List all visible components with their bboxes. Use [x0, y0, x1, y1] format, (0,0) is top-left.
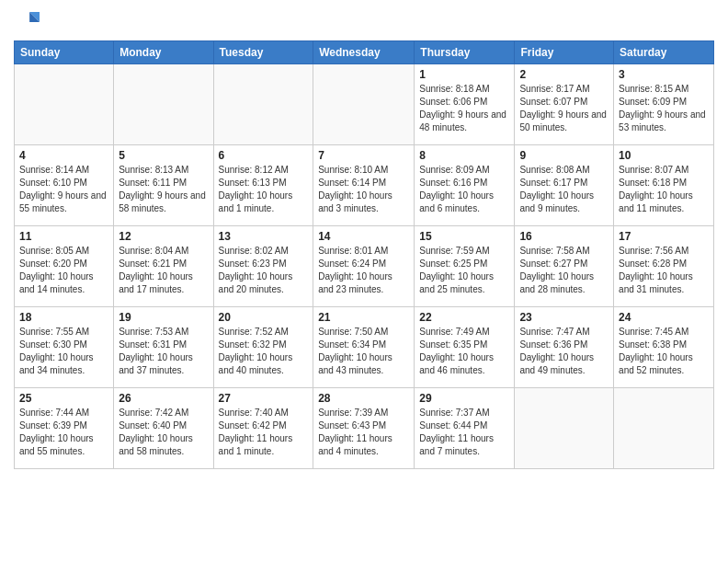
- calendar-cell: 4Sunrise: 8:14 AM Sunset: 6:10 PM Daylig…: [15, 145, 114, 226]
- weekday-header-monday: Monday: [114, 41, 213, 64]
- day-info: Sunrise: 8:15 AM Sunset: 6:09 PM Dayligh…: [619, 83, 709, 134]
- week-row-3: 11Sunrise: 8:05 AM Sunset: 6:20 PM Dayli…: [15, 226, 714, 307]
- day-number: 13: [219, 230, 309, 243]
- calendar-table: SundayMondayTuesdayWednesdayThursdayFrid…: [14, 40, 714, 469]
- day-number: 28: [318, 392, 409, 405]
- calendar-cell: 11Sunrise: 8:05 AM Sunset: 6:20 PM Dayli…: [15, 226, 114, 307]
- calendar-cell: 18Sunrise: 7:55 AM Sunset: 6:30 PM Dayli…: [15, 307, 114, 388]
- day-number: 25: [19, 392, 108, 405]
- calendar-cell: 19Sunrise: 7:53 AM Sunset: 6:31 PM Dayli…: [114, 307, 213, 388]
- day-info: Sunrise: 8:08 AM Sunset: 6:17 PM Dayligh…: [519, 164, 609, 215]
- calendar-cell: 20Sunrise: 7:52 AM Sunset: 6:32 PM Dayli…: [213, 307, 313, 388]
- weekday-header-saturday: Saturday: [614, 41, 714, 64]
- day-info: Sunrise: 8:07 AM Sunset: 6:18 PM Dayligh…: [619, 164, 709, 215]
- calendar-cell: [114, 64, 213, 145]
- calendar-cell: 2Sunrise: 8:17 AM Sunset: 6:07 PM Daylig…: [515, 64, 614, 145]
- day-info: Sunrise: 8:02 AM Sunset: 6:23 PM Dayligh…: [219, 245, 309, 296]
- day-number: 2: [519, 68, 609, 81]
- header: [14, 9, 714, 35]
- day-info: Sunrise: 7:55 AM Sunset: 6:30 PM Dayligh…: [19, 326, 108, 377]
- day-number: 17: [619, 230, 709, 243]
- calendar-cell: 17Sunrise: 7:56 AM Sunset: 6:28 PM Dayli…: [614, 226, 714, 307]
- weekday-header-row: SundayMondayTuesdayWednesdayThursdayFrid…: [15, 41, 714, 64]
- day-number: 8: [419, 149, 509, 162]
- day-info: Sunrise: 8:17 AM Sunset: 6:07 PM Dayligh…: [519, 83, 609, 134]
- calendar-page: SundayMondayTuesdayWednesdayThursdayFrid…: [0, 0, 728, 563]
- day-number: 16: [519, 230, 609, 243]
- day-number: 24: [619, 311, 709, 324]
- day-info: Sunrise: 7:58 AM Sunset: 6:27 PM Dayligh…: [519, 245, 609, 296]
- day-number: 15: [419, 230, 509, 243]
- day-info: Sunrise: 8:12 AM Sunset: 6:13 PM Dayligh…: [219, 164, 309, 215]
- day-number: 29: [419, 392, 509, 405]
- week-row-1: 1Sunrise: 8:18 AM Sunset: 6:06 PM Daylig…: [15, 64, 714, 145]
- day-number: 10: [619, 149, 709, 162]
- day-info: Sunrise: 7:52 AM Sunset: 6:32 PM Dayligh…: [219, 326, 309, 377]
- week-row-2: 4Sunrise: 8:14 AM Sunset: 6:10 PM Daylig…: [15, 145, 714, 226]
- day-number: 23: [519, 311, 609, 324]
- day-number: 27: [219, 392, 309, 405]
- calendar-cell: 10Sunrise: 8:07 AM Sunset: 6:18 PM Dayli…: [614, 145, 714, 226]
- calendar-cell: [15, 64, 114, 145]
- calendar-cell: 23Sunrise: 7:47 AM Sunset: 6:36 PM Dayli…: [515, 307, 614, 388]
- day-number: 26: [119, 392, 208, 405]
- calendar-cell: 3Sunrise: 8:15 AM Sunset: 6:09 PM Daylig…: [614, 64, 714, 145]
- calendar-cell: 28Sunrise: 7:39 AM Sunset: 6:43 PM Dayli…: [313, 388, 415, 469]
- day-number: 20: [219, 311, 309, 324]
- calendar-cell: 13Sunrise: 8:02 AM Sunset: 6:23 PM Dayli…: [213, 226, 313, 307]
- day-number: 6: [219, 149, 309, 162]
- calendar-cell: 29Sunrise: 7:37 AM Sunset: 6:44 PM Dayli…: [415, 388, 515, 469]
- day-info: Sunrise: 7:44 AM Sunset: 6:39 PM Dayligh…: [19, 407, 108, 458]
- calendar-cell: 26Sunrise: 7:42 AM Sunset: 6:40 PM Dayli…: [114, 388, 213, 469]
- calendar-cell: [614, 388, 714, 469]
- day-number: 14: [318, 230, 409, 243]
- day-number: 18: [19, 311, 108, 324]
- day-info: Sunrise: 8:18 AM Sunset: 6:06 PM Dayligh…: [419, 83, 509, 134]
- day-info: Sunrise: 7:49 AM Sunset: 6:35 PM Dayligh…: [419, 326, 509, 377]
- calendar-cell: 7Sunrise: 8:10 AM Sunset: 6:14 PM Daylig…: [313, 145, 415, 226]
- calendar-cell: 21Sunrise: 7:50 AM Sunset: 6:34 PM Dayli…: [313, 307, 415, 388]
- weekday-header-thursday: Thursday: [415, 41, 515, 64]
- calendar-cell: 14Sunrise: 8:01 AM Sunset: 6:24 PM Dayli…: [313, 226, 415, 307]
- day-info: Sunrise: 7:45 AM Sunset: 6:38 PM Dayligh…: [619, 326, 709, 377]
- day-info: Sunrise: 7:59 AM Sunset: 6:25 PM Dayligh…: [419, 245, 509, 296]
- weekday-header-tuesday: Tuesday: [213, 41, 313, 64]
- day-info: Sunrise: 7:50 AM Sunset: 6:34 PM Dayligh…: [318, 326, 409, 377]
- calendar-cell: 16Sunrise: 7:58 AM Sunset: 6:27 PM Dayli…: [515, 226, 614, 307]
- week-row-4: 18Sunrise: 7:55 AM Sunset: 6:30 PM Dayli…: [15, 307, 714, 388]
- day-number: 1: [419, 68, 509, 81]
- weekday-header-wednesday: Wednesday: [313, 41, 415, 64]
- day-info: Sunrise: 8:14 AM Sunset: 6:10 PM Dayligh…: [19, 164, 108, 215]
- day-number: 5: [119, 149, 208, 162]
- day-number: 22: [419, 311, 509, 324]
- day-info: Sunrise: 7:56 AM Sunset: 6:28 PM Dayligh…: [619, 245, 709, 296]
- calendar-cell: [313, 64, 415, 145]
- logo-icon: [14, 9, 40, 35]
- logo: [14, 9, 43, 35]
- day-info: Sunrise: 7:39 AM Sunset: 6:43 PM Dayligh…: [318, 407, 409, 458]
- day-number: 4: [19, 149, 108, 162]
- day-number: 3: [619, 68, 709, 81]
- calendar-cell: 25Sunrise: 7:44 AM Sunset: 6:39 PM Dayli…: [15, 388, 114, 469]
- day-info: Sunrise: 8:04 AM Sunset: 6:21 PM Dayligh…: [119, 245, 208, 296]
- week-row-5: 25Sunrise: 7:44 AM Sunset: 6:39 PM Dayli…: [15, 388, 714, 469]
- calendar-cell: 9Sunrise: 8:08 AM Sunset: 6:17 PM Daylig…: [515, 145, 614, 226]
- calendar-cell: 8Sunrise: 8:09 AM Sunset: 6:16 PM Daylig…: [415, 145, 515, 226]
- day-info: Sunrise: 7:40 AM Sunset: 6:42 PM Dayligh…: [219, 407, 309, 458]
- calendar-cell: 12Sunrise: 8:04 AM Sunset: 6:21 PM Dayli…: [114, 226, 213, 307]
- calendar-cell: 15Sunrise: 7:59 AM Sunset: 6:25 PM Dayli…: [415, 226, 515, 307]
- calendar-cell: [213, 64, 313, 145]
- day-number: 9: [519, 149, 609, 162]
- calendar-cell: 6Sunrise: 8:12 AM Sunset: 6:13 PM Daylig…: [213, 145, 313, 226]
- day-info: Sunrise: 8:10 AM Sunset: 6:14 PM Dayligh…: [318, 164, 409, 215]
- weekday-header-friday: Friday: [515, 41, 614, 64]
- calendar-cell: 27Sunrise: 7:40 AM Sunset: 6:42 PM Dayli…: [213, 388, 313, 469]
- day-number: 19: [119, 311, 208, 324]
- day-info: Sunrise: 8:09 AM Sunset: 6:16 PM Dayligh…: [419, 164, 509, 215]
- day-info: Sunrise: 7:42 AM Sunset: 6:40 PM Dayligh…: [119, 407, 208, 458]
- day-number: 11: [19, 230, 108, 243]
- day-info: Sunrise: 7:47 AM Sunset: 6:36 PM Dayligh…: [519, 326, 609, 377]
- day-number: 7: [318, 149, 409, 162]
- day-info: Sunrise: 8:01 AM Sunset: 6:24 PM Dayligh…: [318, 245, 409, 296]
- calendar-cell: [515, 388, 614, 469]
